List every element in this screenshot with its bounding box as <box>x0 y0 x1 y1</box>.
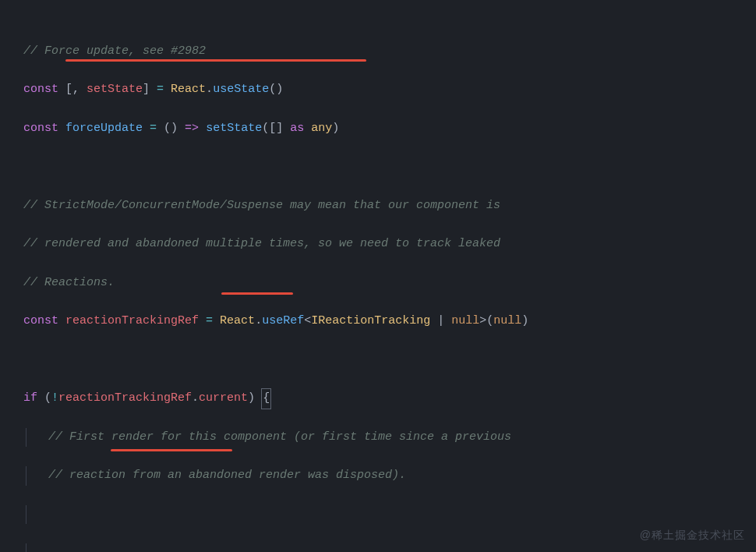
ident: React <box>171 83 206 96</box>
ws <box>199 122 206 135</box>
op: = <box>150 122 157 135</box>
code-editor[interactable]: // Force update, see #2982 const [, setS… <box>0 0 756 552</box>
ws <box>164 83 171 96</box>
null: null <box>493 314 521 327</box>
code-line: if (!reactionTrackingRef.current) { <box>23 389 756 409</box>
cursor-bracket: { <box>262 389 270 409</box>
code-line: // StrictMode/ConcurrentMode/Suspense ma… <box>23 196 756 216</box>
ident: reactionTrackingRef <box>58 391 192 405</box>
kw: const <box>23 122 58 135</box>
watermark: @稀土掘金技术社区 <box>640 526 745 544</box>
fn: setState <box>206 122 262 135</box>
code-line: const reactionTrackingRef = React.useRef… <box>23 312 756 331</box>
fn: useRef <box>262 314 304 327</box>
kw: as <box>290 122 304 135</box>
code-line: // rendered and abandoned multiple times… <box>23 235 756 254</box>
ws <box>58 122 65 135</box>
op: ! <box>51 391 58 405</box>
type: IReactionTracking <box>311 314 430 327</box>
arrow: => <box>185 122 199 135</box>
punc: | <box>430 314 451 327</box>
code-line: // First render for this component (or f… <box>23 428 756 448</box>
op: = <box>206 314 213 327</box>
punc: ] <box>143 83 157 96</box>
punc: [, <box>58 83 87 96</box>
ws <box>143 122 150 135</box>
punc: ([] <box>262 122 290 135</box>
punc: ) <box>248 391 262 405</box>
null: null <box>451 314 479 327</box>
punc: () <box>269 83 283 96</box>
code-line: const [, setState] = React.useState() <box>23 80 756 100</box>
red-underline-annotation <box>65 59 366 62</box>
comment: // First render for this component (or f… <box>48 430 511 444</box>
blank-line <box>23 157 756 177</box>
type: any <box>311 122 332 135</box>
punc: . <box>192 391 199 405</box>
ident: forceUpdate <box>65 122 143 135</box>
code-line: // Force update, see #2982 <box>23 42 756 62</box>
indent-guide <box>26 505 49 525</box>
ident: React <box>220 314 255 327</box>
comment: // reaction from an abandoned render was… <box>48 469 406 482</box>
op: = <box>157 83 164 96</box>
code-line: const forceUpdate = () => setState([] as… <box>23 119 756 139</box>
ws <box>199 314 206 327</box>
punc: ) <box>521 314 528 327</box>
punc: . <box>255 314 262 327</box>
prop: current <box>199 391 248 405</box>
code-line: // reaction from an abandoned render was… <box>23 466 756 486</box>
red-underline-annotation <box>111 449 232 451</box>
blank-line <box>23 351 756 370</box>
comment: // Reactions. <box>23 276 115 289</box>
punc: < <box>304 314 311 327</box>
code-line: // Reactions. <box>23 274 756 293</box>
red-underline-annotation <box>221 292 293 295</box>
ws <box>213 314 220 327</box>
ident: setState <box>87 83 143 96</box>
comment: // Force update, see #2982 <box>23 44 206 58</box>
kw: const <box>23 314 58 327</box>
blank-line <box>23 543 756 552</box>
ident: reactionTrackingRef <box>65 314 199 327</box>
indent-guide <box>26 466 49 486</box>
fn: useState <box>213 83 269 96</box>
kw: if <box>23 391 37 405</box>
comment: // rendered and abandoned multiple times… <box>23 237 500 250</box>
punc: ) <box>332 122 339 135</box>
indent-guide <box>26 543 49 552</box>
indent-guide <box>26 428 49 448</box>
punc: ( <box>37 391 51 405</box>
blank-line <box>23 505 756 525</box>
punc: . <box>206 83 213 96</box>
punc: >( <box>479 314 493 327</box>
comment: // StrictMode/ConcurrentMode/Suspense ma… <box>23 199 500 212</box>
kw: const <box>23 83 58 96</box>
ws <box>58 314 65 327</box>
punc: () <box>157 122 185 135</box>
ws <box>304 122 311 135</box>
